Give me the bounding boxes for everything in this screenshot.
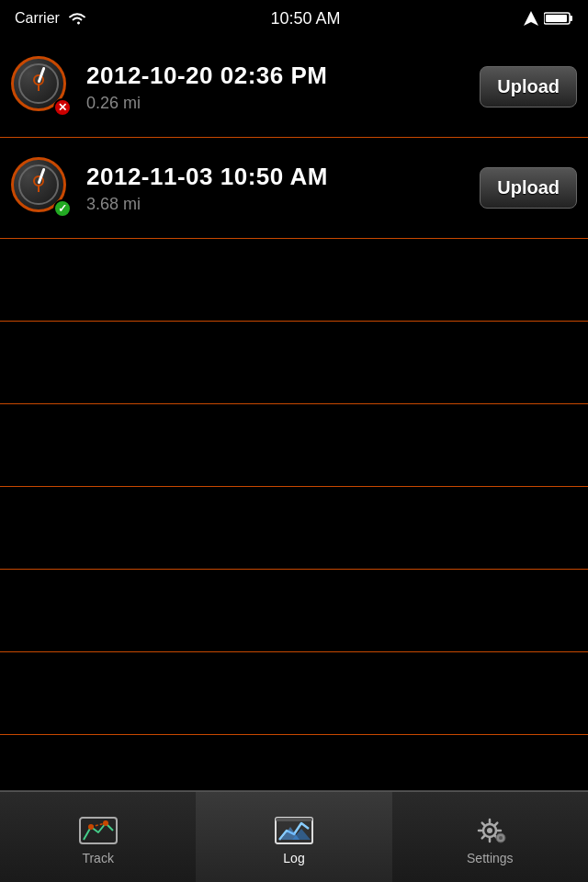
location-icon	[524, 11, 538, 26]
empty-row-7	[0, 735, 588, 790]
status-time: 10:50 AM	[270, 9, 340, 28]
track-distance-2: 3.68 mi	[86, 195, 480, 214]
empty-row-5	[0, 570, 588, 652]
empty-row-4	[0, 487, 588, 570]
empty-row-1	[0, 239, 588, 322]
empty-row-2	[0, 322, 588, 404]
track-icon-wrapper-2: ✓	[11, 157, 74, 220]
track-icon-wrapper-1: ✕	[11, 56, 74, 119]
svg-marker-0	[524, 11, 538, 26]
svg-line-24	[495, 822, 498, 825]
success-badge-2: ✓	[53, 199, 72, 218]
svg-rect-8	[80, 818, 117, 843]
tab-separator	[0, 791, 588, 792]
upload-button-2[interactable]: Upload	[480, 167, 577, 209]
svg-rect-2	[570, 16, 572, 21]
needle-2	[38, 167, 46, 184]
track-map-icon	[78, 814, 119, 847]
svg-line-22	[482, 822, 485, 825]
pin-icon-1	[26, 71, 51, 96]
svg-rect-3	[546, 15, 567, 22]
settings-tab-label: Settings	[467, 851, 514, 865]
track-title-2: 2012-11-03 10:50 AM	[86, 163, 480, 191]
main-content: ✕ 2012-10-20 02:36 PM 0.26 mi Upload ✓ 2…	[0, 37, 588, 790]
track-row-1: ✕ 2012-10-20 02:36 PM 0.26 mi Upload	[0, 37, 588, 138]
empty-row-3	[0, 404, 588, 487]
track-title-1: 2012-10-20 02:36 PM	[86, 62, 480, 90]
tab-bar: Track Log	[0, 790, 588, 882]
svg-rect-13	[276, 818, 312, 821]
log-tab-icon	[274, 814, 314, 847]
tab-settings[interactable]: Settings	[392, 791, 588, 882]
track-tab-label: Track	[82, 851, 113, 865]
track-info-1: 2012-10-20 02:36 PM 0.26 mi	[86, 62, 480, 113]
needle-1	[38, 66, 46, 83]
upload-button-1[interactable]: Upload	[480, 66, 577, 107]
svg-point-17	[487, 828, 492, 833]
empty-row-6	[0, 652, 588, 735]
tab-log[interactable]: Log	[196, 791, 391, 882]
settings-tab-icon	[469, 814, 510, 847]
gear-icon	[469, 814, 510, 847]
track-distance-1: 0.26 mi	[86, 94, 480, 113]
svg-point-27	[499, 836, 503, 840]
status-left: Carrier	[15, 10, 87, 27]
status-right	[524, 11, 573, 26]
wifi-icon	[67, 11, 87, 26]
track-tab-icon	[78, 814, 119, 847]
svg-line-25	[482, 835, 485, 838]
status-bar: Carrier 10:50 AM	[0, 0, 588, 37]
battery-icon	[544, 11, 573, 26]
error-badge-1: ✕	[53, 98, 72, 117]
log-tab-label: Log	[283, 851, 304, 865]
carrier-label: Carrier	[15, 10, 60, 27]
track-info-2: 2012-11-03 10:50 AM 3.68 mi	[86, 163, 480, 214]
pin-icon-2	[26, 172, 51, 198]
log-chart-icon	[274, 814, 314, 847]
track-row-2: ✓ 2012-11-03 10:50 AM 3.68 mi Upload	[0, 138, 588, 239]
tab-track[interactable]: Track	[0, 791, 196, 882]
